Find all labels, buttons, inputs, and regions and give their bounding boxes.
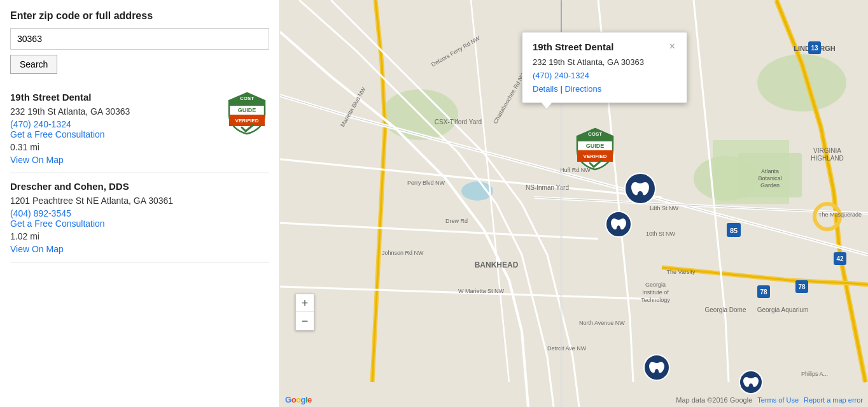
- popup-phone[interactable]: (470) 240-1324: [533, 71, 676, 80]
- search-button[interactable]: Search: [10, 55, 57, 74]
- map-marker-3[interactable]: [643, 353, 671, 383]
- map-cost-guide-badge: COST GUIDE VERIFIED: [576, 127, 614, 173]
- map-attr-right: Map data ©2016 Google Terms of Use Repor…: [676, 396, 863, 404]
- report-link[interactable]: Report a map error: [804, 396, 863, 404]
- svg-text:GUIDE: GUIDE: [586, 143, 605, 149]
- map-marker-1[interactable]: [624, 172, 657, 207]
- result-consult-link[interactable]: Get a Free Consultation: [10, 129, 130, 139]
- svg-text:42: 42: [836, 255, 844, 262]
- cost-guide-badge: COST GUIDE VERIFIED: [225, 92, 269, 135]
- popup-close-button[interactable]: ×: [668, 41, 676, 52]
- svg-text:Georgia: Georgia: [645, 282, 666, 288]
- map-marker-4[interactable]: [738, 369, 764, 397]
- search-input[interactable]: [10, 28, 269, 50]
- map-popup: 19th Street Dental × 232 19th St Atlanta…: [522, 32, 687, 103]
- svg-text:North Avenue NW: North Avenue NW: [579, 320, 625, 326]
- svg-point-9: [461, 182, 493, 201]
- zoom-in-button[interactable]: +: [296, 294, 314, 312]
- svg-text:78: 78: [760, 289, 767, 296]
- terms-link[interactable]: Terms of Use: [757, 396, 799, 404]
- svg-text:HIGHLAND: HIGHLAND: [811, 155, 844, 162]
- popup-links: Details | Directions: [533, 84, 676, 94]
- result-phone[interactable]: (404) 892-3545: [10, 208, 71, 218]
- search-heading: Enter zip code or full address: [10, 10, 269, 22]
- svg-text:10th St NW: 10th St NW: [646, 231, 676, 237]
- svg-text:COST: COST: [588, 131, 602, 137]
- svg-text:BANKHEAD: BANKHEAD: [475, 261, 519, 269]
- map-zoom-controls: + −: [295, 294, 314, 331]
- svg-text:COST: COST: [240, 96, 254, 101]
- search-panel: Enter zip code or full address Search 19…: [0, 0, 280, 407]
- result-name: 19th Street Dental: [10, 92, 130, 103]
- svg-text:Drew Rd: Drew Rd: [445, 218, 468, 224]
- svg-text:VERIFIED: VERIFIED: [235, 118, 259, 124]
- svg-text:Perry Blvd NW: Perry Blvd NW: [407, 180, 445, 186]
- svg-text:Georgia Aquarium: Georgia Aquarium: [757, 306, 809, 313]
- popup-title: 19th Street Dental: [533, 41, 614, 52]
- svg-text:13: 13: [811, 45, 818, 52]
- svg-text:Institute of: Institute of: [642, 289, 669, 296]
- google-logo: Google: [285, 395, 312, 404]
- svg-text:Atlanta: Atlanta: [761, 168, 779, 175]
- svg-text:Philips A...: Philips A...: [801, 371, 828, 377]
- result-map-link[interactable]: View On Map: [10, 244, 64, 254]
- svg-text:The Varsity: The Varsity: [667, 269, 696, 275]
- map-attribution: Google Map data ©2016 Google Terms of Us…: [280, 395, 868, 404]
- map-data-label: Map data ©2016 Google: [676, 396, 752, 404]
- map-marker-2[interactable]: [605, 210, 633, 240]
- svg-text:Botanical: Botanical: [758, 175, 781, 182]
- popup-address: 232 19th St Atlanta, GA 30363: [533, 57, 676, 67]
- result-item: 19th Street Dental 232 19th St Atlanta, …: [10, 84, 269, 173]
- svg-text:CSX-Tilford Yard: CSX-Tilford Yard: [435, 118, 482, 125]
- svg-text:Detroit Ave NW: Detroit Ave NW: [547, 345, 587, 352]
- zoom-out-button[interactable]: −: [296, 312, 314, 330]
- result-address: 1201 Peachtree St NE Atlanta, GA 30361: [10, 196, 269, 206]
- svg-text:VERIFIED: VERIFIED: [584, 154, 607, 159]
- map-panel[interactable]: UNDERWOOD HILLS BANKHEAD Georgia Dome Ge…: [280, 0, 868, 407]
- svg-text:Technology: Technology: [641, 297, 670, 303]
- result-phone[interactable]: (470) 240-1324: [10, 119, 71, 129]
- svg-text:GUIDE: GUIDE: [238, 107, 256, 113]
- popup-details-link[interactable]: Details: [533, 84, 558, 94]
- popup-directions-link[interactable]: Directions: [564, 84, 601, 94]
- result-map-link[interactable]: View On Map: [10, 155, 64, 165]
- result-name: Drescher and Cohen, DDS: [10, 181, 269, 192]
- result-distance: 0.31 mi: [10, 142, 130, 152]
- result-address: 232 19th St Atlanta, GA 30363: [10, 106, 130, 117]
- result-distance: 1.02 mi: [10, 231, 269, 241]
- svg-text:Garden: Garden: [760, 182, 780, 189]
- svg-text:Georgia Dome: Georgia Dome: [704, 306, 746, 313]
- svg-text:VIRGINIA: VIRGINIA: [813, 147, 841, 154]
- svg-text:85: 85: [730, 227, 738, 234]
- result-consult-link[interactable]: Get a Free Consultation: [10, 218, 269, 229]
- result-item: Drescher and Cohen, DDS 1201 Peachtree S…: [10, 173, 269, 262]
- svg-text:Johnson Rd NW: Johnson Rd NW: [382, 250, 424, 256]
- svg-text:78: 78: [798, 283, 806, 290]
- svg-text:The Masquerade: The Masquerade: [818, 211, 862, 218]
- svg-text:W Marietta St NW: W Marietta St NW: [458, 288, 505, 294]
